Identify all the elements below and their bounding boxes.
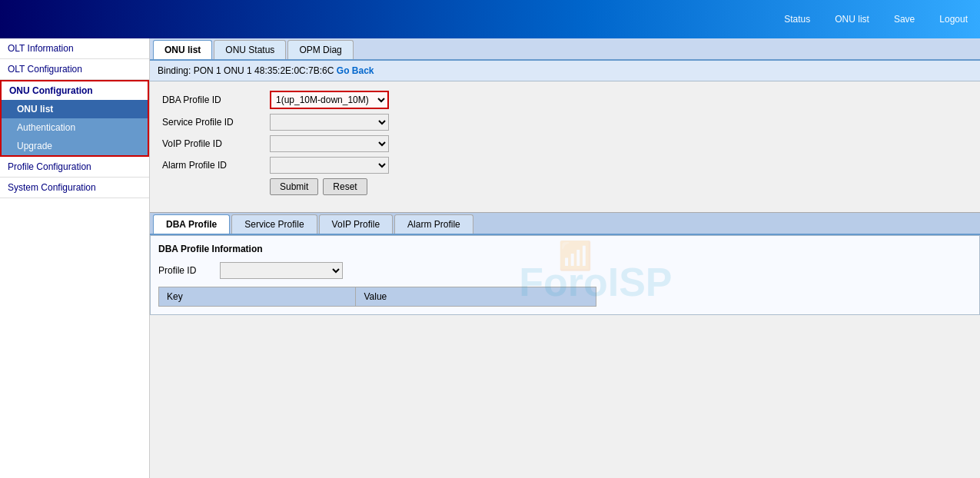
- alarm-profile-row: Alarm Profile ID: [162, 157, 968, 174]
- tab-voip-profile[interactable]: VoIP Profile: [319, 214, 393, 234]
- binding-bar: Binding: PON 1 ONU 1 48:35:2E:0C:7B:6C G…: [150, 61, 980, 81]
- sidebar-sub-menu: ONU list Authentication Upgrade: [2, 100, 148, 155]
- service-profile-row: Service Profile ID: [162, 114, 968, 131]
- sidebar-item-profile-config[interactable]: Profile Configuration: [0, 157, 149, 178]
- header-nav: Status ONU list Save Logout: [784, 14, 968, 25]
- profile-id-row: Profile ID: [158, 262, 972, 279]
- top-tabs-bar: ONU list ONU Status OPM Diag: [150, 38, 980, 61]
- sidebar-item-olt-config[interactable]: OLT Configuration: [0, 59, 149, 80]
- main-content: ONU list ONU Status OPM Diag Binding: PO…: [150, 38, 980, 478]
- tab-onu-list[interactable]: ONU list: [153, 40, 212, 59]
- voip-profile-row: VoIP Profile ID: [162, 135, 968, 152]
- dba-profile-row: DBA Profile ID 1(up_10M-down_10M): [162, 91, 968, 109]
- go-back-link[interactable]: Go Back: [337, 65, 374, 76]
- tab-opm-diag[interactable]: OPM Diag: [287, 40, 353, 59]
- sidebar: OLT Information OLT Configuration ONU Co…: [0, 38, 150, 478]
- value-header: Value: [356, 287, 596, 307]
- form-buttons: Submit Reset: [270, 178, 968, 195]
- profile-tabs-bar: DBA Profile Service Profile VoIP Profile…: [150, 212, 980, 235]
- voip-profile-label: VoIP Profile ID: [162, 138, 270, 149]
- onu-list-link[interactable]: ONU list: [835, 14, 869, 25]
- sidebar-item-upgrade[interactable]: Upgrade: [2, 137, 148, 155]
- status-link[interactable]: Status: [784, 14, 810, 25]
- key-header: Key: [159, 287, 356, 307]
- dba-profile-select[interactable]: 1(up_10M-down_10M): [270, 91, 389, 109]
- tab-onu-status[interactable]: ONU Status: [214, 40, 286, 59]
- sidebar-item-system-config[interactable]: System Configuration: [0, 178, 149, 198]
- profile-id-label: Profile ID: [158, 265, 220, 276]
- tab-dba-profile[interactable]: DBA Profile: [153, 214, 230, 234]
- profile-info-title: DBA Profile Information: [158, 244, 972, 254]
- service-profile-label: Service Profile ID: [162, 117, 270, 128]
- sidebar-item-onu-list[interactable]: ONU list: [2, 100, 148, 118]
- dba-profile-label: DBA Profile ID: [162, 95, 270, 105]
- header: Status ONU list Save Logout: [0, 0, 980, 38]
- voip-profile-select[interactable]: [270, 135, 389, 152]
- save-link[interactable]: Save: [894, 14, 915, 25]
- alarm-profile-select[interactable]: [270, 157, 389, 174]
- sidebar-onu-config-group: ONU Configuration ONU list Authenticatio…: [0, 80, 149, 157]
- reset-button[interactable]: Reset: [323, 178, 367, 195]
- form-section: DBA Profile ID 1(up_10M-down_10M) Servic…: [150, 81, 980, 204]
- profile-info-box: 📶 ForoISP DBA Profile Information Profil…: [150, 235, 980, 315]
- tab-alarm-profile[interactable]: Alarm Profile: [394, 214, 473, 234]
- tab-service-profile[interactable]: Service Profile: [231, 214, 317, 234]
- alarm-profile-label: Alarm Profile ID: [162, 160, 270, 171]
- service-profile-select[interactable]: [270, 114, 389, 131]
- logout-link[interactable]: Logout: [939, 14, 968, 25]
- sidebar-item-authentication[interactable]: Authentication: [2, 118, 148, 137]
- submit-button[interactable]: Submit: [270, 178, 318, 195]
- sidebar-onu-config-label[interactable]: ONU Configuration: [2, 81, 148, 100]
- sidebar-item-olt-info[interactable]: OLT Information: [0, 38, 149, 59]
- binding-text: Binding: PON 1 ONU 1 48:35:2E:0C:7B:6C: [158, 65, 334, 76]
- layout: OLT Information OLT Configuration ONU Co…: [0, 38, 980, 478]
- profile-table: Key Value: [158, 287, 596, 307]
- profile-id-select[interactable]: [220, 262, 343, 279]
